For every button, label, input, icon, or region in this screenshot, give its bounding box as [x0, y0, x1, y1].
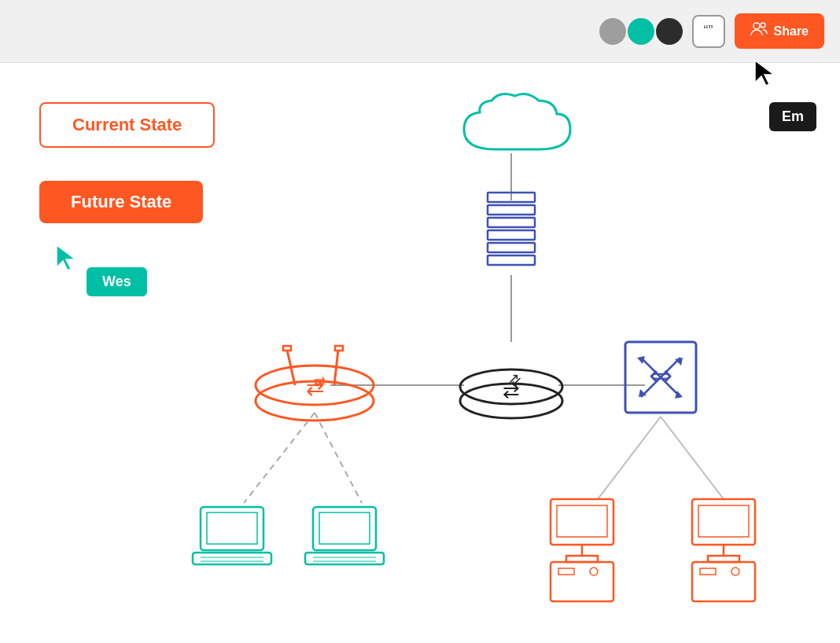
svg-point-1: [761, 23, 765, 28]
svg-rect-58: [700, 568, 716, 575]
svg-rect-42: [319, 513, 370, 544]
router-black: ⇄ ⇅: [460, 369, 562, 418]
svg-line-35: [661, 417, 724, 499]
diagram-canvas: Current State Future State Wes: [0, 63, 840, 643]
svg-rect-38: [193, 553, 271, 564]
laptop-teal-1: [193, 507, 271, 564]
svg-rect-54: [698, 505, 749, 537]
comment-button[interactable]: “”: [692, 15, 725, 48]
wireless-router-orange: ⇄ ⇅: [256, 346, 374, 421]
desktop-orange-2: [692, 499, 755, 601]
color-gray[interactable]: [599, 18, 626, 45]
color-selector: [599, 18, 683, 45]
svg-text:⇅: ⇅: [311, 376, 327, 388]
svg-rect-5: [488, 218, 535, 227]
svg-line-34: [598, 417, 661, 499]
header: “” Share: [0, 0, 840, 63]
svg-rect-37: [207, 513, 257, 544]
share-button[interactable]: Share: [735, 13, 824, 49]
color-dark[interactable]: [656, 18, 683, 45]
svg-rect-7: [488, 243, 535, 252]
svg-rect-8: [488, 255, 535, 265]
svg-rect-47: [557, 505, 607, 537]
svg-line-32: [244, 413, 315, 503]
em-tooltip: Em: [769, 102, 816, 131]
share-label: Share: [774, 24, 809, 39]
color-teal[interactable]: [628, 18, 654, 45]
svg-point-59: [731, 568, 739, 575]
desktop-orange-1: [551, 499, 613, 601]
svg-rect-15: [283, 346, 291, 351]
comment-icon: “”: [704, 23, 713, 39]
firewall-icon: [488, 193, 535, 265]
switch-blue: ⇔: [625, 342, 696, 413]
cloud-icon: [464, 94, 570, 149]
svg-rect-51: [558, 568, 574, 575]
svg-rect-4: [488, 205, 535, 215]
svg-point-52: [590, 568, 598, 575]
svg-rect-6: [488, 230, 535, 240]
svg-rect-43: [305, 553, 384, 564]
svg-line-33: [315, 413, 362, 503]
svg-marker-28: [637, 356, 645, 364]
green-cursor: [55, 244, 77, 274]
svg-rect-17: [335, 346, 343, 351]
laptop-teal-2: [305, 507, 384, 564]
share-icon: [750, 21, 768, 41]
network-diagram: ⇄ ⇅ ⇄ ⇅ ⇔: [0, 63, 840, 643]
svg-point-0: [753, 23, 760, 29]
